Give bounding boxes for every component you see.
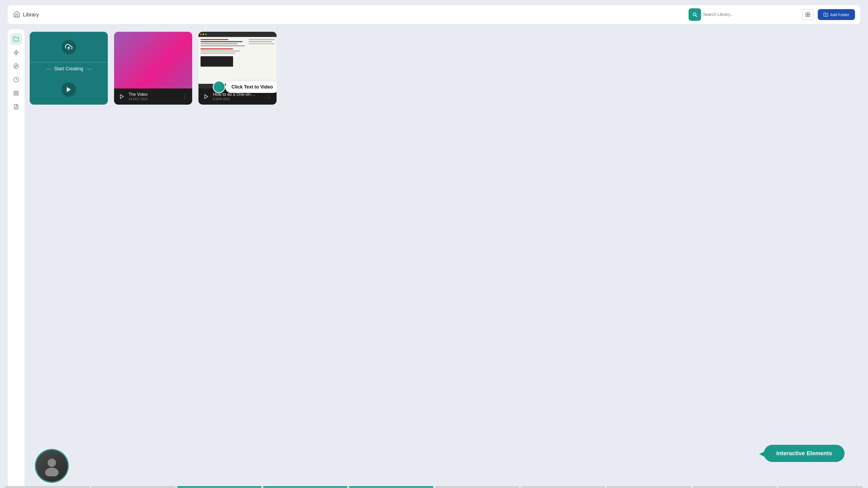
line-4 bbox=[200, 45, 245, 46]
compass-icon bbox=[13, 63, 19, 69]
svg-marker-19 bbox=[205, 95, 208, 99]
svg-rect-13 bbox=[17, 94, 18, 95]
clock-icon bbox=[13, 77, 19, 83]
screenshot-toolbar bbox=[198, 32, 277, 37]
svg-rect-3 bbox=[808, 15, 810, 17]
video-date-2: 6 APR 2023 bbox=[213, 97, 262, 101]
search-area bbox=[688, 8, 798, 21]
svg-rect-10 bbox=[14, 91, 16, 93]
play-icon bbox=[65, 86, 72, 93]
interactive-label: Interactive Elements bbox=[776, 450, 832, 456]
avatar-wrapper bbox=[35, 449, 69, 483]
line-6 bbox=[200, 51, 240, 52]
line-3 bbox=[200, 43, 238, 44]
search-icon bbox=[692, 12, 698, 18]
progress-1 bbox=[91, 486, 176, 488]
folder-icon bbox=[13, 36, 19, 42]
tooltip-area: Click Text to Video bbox=[213, 81, 277, 93]
svg-marker-18 bbox=[120, 95, 123, 99]
video-card-1[interactable]: The Video 24 OCT 2024 ⋮ bbox=[114, 32, 192, 105]
black-block bbox=[200, 56, 233, 67]
screenshot-col-1 bbox=[200, 39, 247, 82]
folder-plus-icon bbox=[824, 12, 828, 17]
tooltip-bubble[interactable]: Click Text to Video bbox=[225, 81, 277, 93]
upload-button[interactable] bbox=[61, 40, 76, 55]
video-title-1: The Video bbox=[129, 92, 178, 97]
play-button[interactable] bbox=[61, 82, 76, 97]
start-card-play-area bbox=[61, 74, 76, 105]
line-r1 bbox=[249, 39, 275, 40]
video-card-2[interactable]: How to do a One-on-... 6 APR 2023 ⋮ Clic… bbox=[198, 32, 277, 105]
line-r3 bbox=[249, 43, 275, 44]
gradient-bg-1 bbox=[114, 32, 192, 89]
video-thumbnail-2 bbox=[198, 32, 277, 89]
avatar-image bbox=[36, 450, 68, 482]
grid-view-icon bbox=[13, 90, 19, 96]
add-folder-label: Add Folder bbox=[830, 12, 849, 17]
start-creating-card[interactable]: — Start Creating — bbox=[30, 32, 108, 105]
progress-bar-row bbox=[0, 486, 868, 488]
tooltip-circle bbox=[213, 81, 225, 93]
svg-point-20 bbox=[48, 459, 56, 467]
svg-rect-0 bbox=[806, 12, 808, 14]
more-button-1[interactable]: ⋮ bbox=[181, 92, 188, 101]
document-icon bbox=[13, 104, 19, 109]
sidebar-item-clock[interactable] bbox=[10, 74, 22, 85]
cards-grid: — Start Creating — bbox=[30, 29, 860, 105]
sidebar-item-compass[interactable] bbox=[10, 60, 22, 72]
video-thumbnail-1 bbox=[114, 32, 192, 89]
main-area: — Start Creating — bbox=[8, 29, 860, 488]
grid-icon bbox=[805, 12, 810, 17]
search-button[interactable] bbox=[688, 8, 701, 21]
progress-8 bbox=[692, 486, 777, 488]
start-card-upload-area bbox=[61, 32, 76, 62]
interactive-elements-button[interactable]: Interactive Elements bbox=[764, 445, 844, 462]
search-input[interactable] bbox=[703, 12, 798, 17]
progress-2 bbox=[177, 486, 261, 488]
progress-7 bbox=[607, 486, 691, 488]
progress-9 bbox=[778, 486, 863, 488]
progress-4 bbox=[349, 486, 433, 488]
video-date-1: 24 OCT 2024 bbox=[129, 97, 178, 101]
svg-rect-1 bbox=[808, 12, 810, 14]
line-1 bbox=[200, 39, 228, 40]
progress-5 bbox=[435, 486, 519, 488]
video-meta-2: How to do a One-on-... 6 APR 2023 bbox=[213, 92, 262, 101]
dot-green bbox=[205, 34, 207, 35]
play-icon-2 bbox=[204, 94, 209, 99]
screenshot-content bbox=[198, 37, 277, 84]
progress-3 bbox=[263, 486, 347, 488]
play-icon-1 bbox=[119, 94, 124, 99]
svg-rect-11 bbox=[17, 91, 18, 93]
tooltip-label: Click Text to Video bbox=[231, 84, 273, 90]
line-2 bbox=[200, 41, 243, 42]
add-folder-button[interactable]: Add Folder bbox=[818, 9, 855, 20]
library-title: Library bbox=[23, 12, 39, 18]
more-button-2[interactable]: ⋮ bbox=[265, 92, 272, 101]
sidebar-item-folder[interactable] bbox=[10, 33, 22, 45]
play-btn-1[interactable] bbox=[118, 93, 126, 100]
screenshot-col-2 bbox=[249, 39, 275, 82]
dot-red bbox=[200, 34, 202, 35]
grid-toggle-button[interactable] bbox=[802, 9, 813, 20]
svg-marker-17 bbox=[67, 87, 70, 92]
progress-6 bbox=[521, 486, 605, 488]
header-left: Library bbox=[13, 10, 684, 19]
svg-point-21 bbox=[45, 468, 59, 476]
svg-rect-12 bbox=[14, 94, 16, 95]
video-meta-1: The Video 24 OCT 2024 bbox=[129, 92, 178, 101]
line-r2 bbox=[249, 41, 272, 42]
line-5 bbox=[200, 48, 233, 50]
sidebar-item-lightning[interactable] bbox=[10, 47, 22, 58]
svg-point-7 bbox=[14, 64, 19, 68]
start-creating-label: Start Creating bbox=[54, 66, 83, 72]
play-btn-2[interactable] bbox=[203, 93, 210, 100]
progress-0 bbox=[5, 486, 90, 488]
sidebar-item-document[interactable] bbox=[10, 101, 22, 112]
sidebar-item-grid[interactable] bbox=[10, 88, 22, 99]
upload-icon bbox=[65, 43, 72, 51]
avatar bbox=[35, 449, 69, 483]
svg-rect-2 bbox=[806, 15, 808, 17]
dot-yellow bbox=[203, 34, 204, 35]
video-info-1: The Video 24 OCT 2024 ⋮ bbox=[114, 89, 192, 105]
